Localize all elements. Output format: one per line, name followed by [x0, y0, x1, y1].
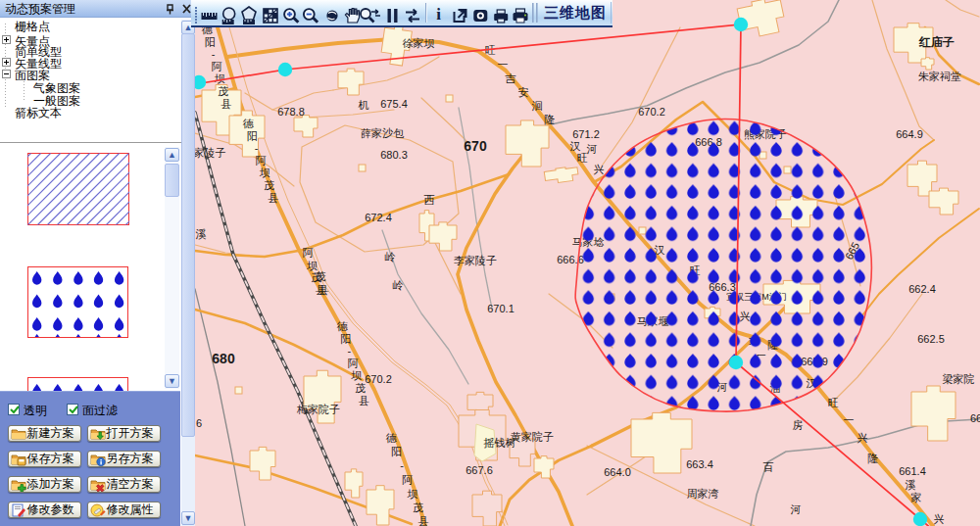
svg-text:周家湾: 周家湾 [687, 488, 719, 500]
svg-text:薛家沙包: 薛家沙包 [361, 127, 405, 139]
svg-text:坝: 坝 [408, 488, 418, 500]
svg-text:茂: 茂 [218, 85, 228, 97]
svg-text:德: 德 [337, 320, 349, 332]
svg-text:672.4: 672.4 [365, 212, 392, 223]
svg-text:663.4: 663.4 [686, 458, 713, 470]
svg-text:溪: 溪 [906, 479, 916, 491]
svg-text:县: 县 [359, 395, 369, 406]
svg-text:百: 百 [763, 461, 774, 473]
svg-text:670.2: 670.2 [638, 106, 665, 118]
svg-text:670.1: 670.1 [487, 303, 514, 314]
svg-text:岭: 岭 [393, 279, 404, 291]
svg-text:坝: 坝 [215, 72, 225, 84]
svg-text:670: 670 [464, 138, 487, 154]
svg-text:兴: 兴 [934, 513, 945, 525]
svg-text:李家陵子: 李家陵子 [454, 255, 497, 266]
svg-text:徐家坝: 徐家坝 [403, 37, 435, 49]
svg-text:坝: 坝 [307, 260, 318, 271]
svg-text:阳: 阳 [205, 36, 216, 48]
svg-text:阿: 阿 [211, 61, 221, 72]
svg-text:坝: 坝 [260, 167, 270, 178]
svg-text:664.0: 664.0 [604, 466, 631, 478]
svg-text:-: - [212, 48, 216, 60]
svg-text:661.4: 661.4 [899, 465, 926, 477]
svg-text:家陵子: 家陵子 [195, 147, 226, 159]
svg-text:县: 县 [268, 192, 278, 204]
svg-text:家: 家 [911, 492, 922, 503]
svg-text:县: 县 [316, 284, 326, 296]
svg-text:662.4: 662.4 [908, 283, 936, 295]
svg-text:一: 一 [844, 414, 855, 426]
svg-text:河: 河 [587, 143, 598, 155]
svg-text:隆: 隆 [868, 453, 879, 464]
svg-text:黄家院子: 黄家院子 [511, 431, 554, 443]
svg-text:梁家院: 梁家院 [943, 373, 975, 385]
svg-text:吉: 吉 [505, 72, 516, 84]
svg-text:670.2: 670.2 [365, 373, 392, 385]
svg-text:-: - [400, 459, 404, 471]
svg-text:阿: 阿 [303, 247, 314, 259]
svg-text:680.3: 680.3 [380, 149, 408, 161]
svg-text:梅家院子: 梅家院子 [296, 404, 340, 415]
svg-text:667.6: 667.6 [466, 464, 493, 476]
svg-text:旺: 旺 [828, 397, 839, 408]
svg-text:兴: 兴 [594, 164, 605, 175]
svg-text:隆: 隆 [545, 114, 556, 125]
svg-text:茂: 茂 [355, 382, 366, 394]
svg-text:坝: 坝 [351, 369, 362, 381]
svg-text:房: 房 [793, 419, 804, 431]
svg-text:662.5: 662.5 [917, 333, 945, 345]
svg-text:6: 6 [196, 417, 202, 429]
svg-text:兴: 兴 [858, 432, 868, 444]
svg-text:茂: 茂 [311, 271, 321, 283]
svg-text:阳: 阳 [340, 333, 351, 345]
svg-text:朱家祠堂: 朱家祠堂 [918, 71, 961, 82]
svg-text:安: 安 [518, 86, 529, 98]
svg-text:红庙子: 红庙子 [918, 35, 955, 49]
svg-text:680: 680 [212, 351, 235, 366]
svg-text:汉: 汉 [570, 140, 581, 152]
svg-text:县: 县 [220, 98, 231, 110]
svg-text:678.8: 678.8 [277, 106, 305, 118]
svg-text:阿: 阿 [255, 155, 266, 167]
svg-text:溪: 溪 [196, 228, 207, 240]
svg-text:阳: 阳 [247, 130, 258, 142]
svg-text:i: i [436, 5, 441, 24]
svg-text:茂: 茂 [264, 179, 274, 191]
svg-text:阿: 阿 [348, 358, 359, 369]
svg-text:德: 德 [243, 118, 255, 129]
svg-text:机: 机 [359, 99, 369, 111]
svg-text:671.2: 671.2 [572, 128, 600, 140]
svg-text:西: 西 [424, 194, 435, 206]
svg-text:河: 河 [791, 503, 802, 515]
svg-text:-: - [348, 345, 352, 357]
svg-text:一: 一 [498, 59, 509, 71]
svg-text:县: 县 [418, 515, 429, 526]
svg-text:岭: 岭 [385, 251, 396, 263]
svg-text:茂: 茂 [413, 502, 423, 513]
svg-text:阳: 阳 [391, 446, 402, 457]
svg-text:阿: 阿 [402, 474, 413, 486]
svg-text:旺: 旺 [577, 152, 588, 164]
svg-text:675.4: 675.4 [380, 98, 408, 110]
svg-text:德: 德 [386, 432, 398, 444]
svg-text:洄: 洄 [532, 100, 543, 112]
svg-text:-: - [255, 142, 259, 154]
svg-text:66: 66 [970, 412, 980, 424]
svg-text:664.9: 664.9 [896, 128, 923, 140]
